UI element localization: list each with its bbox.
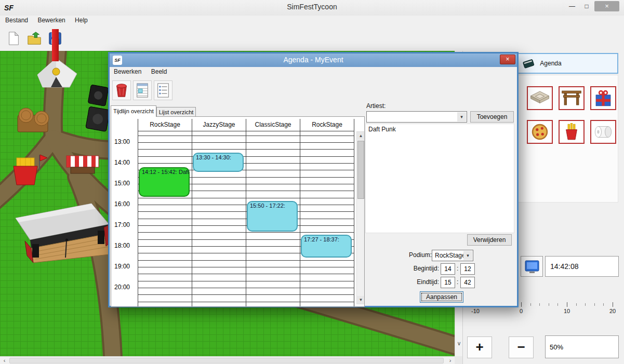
zoom-value-input[interactable] (545, 335, 619, 358)
application-window: SF SimFestTycoon — □ × Bestand Bewerken … (0, 0, 624, 364)
schedule-grid-line (138, 131, 138, 306)
slider-minor-tick (594, 303, 595, 306)
zoom-in-button[interactable]: + (467, 336, 492, 358)
slider-tick-label: 20 (604, 308, 621, 314)
monitor-button[interactable] (521, 256, 543, 277)
wooden-stand-icon (560, 88, 583, 109)
podium-select[interactable]: RockStage ▾ (432, 250, 473, 261)
hour-label: 16:00 (114, 200, 136, 208)
remove-artist-button[interactable]: Verwijderen (467, 234, 512, 246)
tab-lijst-overzicht[interactable]: Lijst overzicht (156, 107, 196, 117)
tab-tijdlijn-overzicht[interactable]: Tijdlijn overzicht (111, 105, 156, 117)
window-titlebar: SF SimFestTycoon — □ × (0, 0, 624, 16)
scroll-right-button[interactable]: › (446, 357, 455, 364)
menu-bestand[interactable]: Bestand (5, 16, 32, 24)
list-view-button[interactable] (154, 80, 172, 100)
schedule-grid-line (246, 131, 246, 306)
scroll-down-button[interactable]: ∨ (455, 340, 463, 348)
fries-stand-object[interactable] (6, 153, 48, 193)
shop-item-pizza[interactable] (527, 120, 553, 144)
schedule-scroll-down[interactable]: ▼ (357, 296, 365, 304)
schedule-grid-line (354, 131, 354, 306)
slider-tick-label: 10 (558, 308, 576, 314)
slider-tick-label: 0 (512, 308, 530, 314)
striped-stand-object[interactable] (64, 153, 101, 177)
column-header: RockStage (138, 119, 192, 131)
add-artist-button[interactable]: Toevoegen (470, 111, 514, 123)
dialog-titlebar: SF Agenda - MyEvent × (110, 53, 517, 67)
shop-item-floor[interactable] (527, 86, 553, 110)
new-file-icon (6, 31, 21, 46)
hour-label: 19:00 (114, 263, 136, 270)
schedule-event[interactable]: 17:27 - 18:37: (301, 235, 352, 258)
artist-list-item[interactable]: Daft Punk (366, 124, 514, 134)
window-menubar: Bestand Bewerken Help (0, 16, 624, 26)
artist-combobox[interactable]: ▾ (366, 111, 467, 123)
schedule-body[interactable]: 13:0014:0015:0016:0017:0018:0019:0020:00… (112, 131, 356, 306)
start-hour-input[interactable] (441, 263, 455, 275)
dialog-menu-beeld[interactable]: Beeld (151, 67, 171, 75)
timeline-view-button[interactable] (133, 80, 152, 100)
delete-event-button[interactable] (112, 80, 131, 100)
gift-icon (592, 88, 615, 109)
window-toolbar (0, 26, 624, 51)
schedule-event[interactable]: 15:50 - 17:22: (247, 201, 298, 231)
menu-bewerken[interactable]: Bewerken (37, 16, 69, 24)
schedule-scroll-up[interactable]: ▲ (357, 132, 365, 140)
new-file-button[interactable] (4, 29, 23, 48)
schedule-grid: RockStage JazzyStage ClassicStage RockSt… (112, 119, 356, 306)
hour-label: 14:00 (114, 159, 136, 166)
toilet-paper-icon (592, 122, 615, 142)
hour-label: 17:00 (114, 221, 136, 228)
dialog-close-button[interactable]: × (500, 55, 515, 64)
slider-minor-tick (549, 303, 549, 306)
podium-value: RockStage (435, 252, 466, 259)
menu-help[interactable]: Help (75, 16, 91, 24)
barrel-stand-object[interactable] (12, 104, 52, 138)
zoom-out-button[interactable]: − (509, 336, 534, 358)
end-minute-input[interactable] (460, 277, 475, 288)
open-folder-icon (26, 31, 42, 46)
slider-major-tick (567, 302, 567, 307)
artist-list[interactable]: Daft Punk (365, 124, 514, 233)
close-button[interactable]: × (594, 1, 619, 11)
hour-label: 15:00 (114, 180, 136, 187)
slider-minor-tick (603, 303, 604, 306)
chevron-down-icon[interactable]: ▾ (463, 251, 472, 260)
horizontal-scroll-thumb[interactable] (9, 358, 444, 363)
open-file-button[interactable] (25, 29, 44, 48)
shop-item-stand[interactable] (559, 86, 585, 110)
minimize-button[interactable]: — (565, 1, 579, 11)
list-view-icon (155, 82, 171, 99)
dialog-menubar: Bewerken Beeld (110, 67, 517, 77)
monitor-icon (523, 258, 541, 275)
column-header: ClassicStage (246, 119, 300, 131)
shop-item-gift[interactable] (590, 86, 616, 110)
dialog-menu-bewerken[interactable]: Bewerken (114, 67, 145, 75)
pizza-icon (528, 122, 551, 142)
schedule-scrollbar[interactable]: ▲ ▼ (356, 131, 365, 304)
main-stage-object[interactable] (12, 200, 111, 266)
schedule-scroll-thumb[interactable] (357, 141, 364, 199)
schedule-event[interactable]: 14:12 - 15:42: Daft P (139, 167, 190, 197)
map-horizontal-scrollbar[interactable]: ‹ › (0, 356, 455, 364)
shop-item-fries[interactable] (559, 120, 585, 144)
time-colon: : (457, 265, 458, 272)
shop-item-toilet-paper[interactable] (590, 120, 616, 144)
window-title: SimFestTycoon (0, 3, 624, 11)
maximize-button[interactable]: □ (580, 1, 593, 11)
apply-button[interactable]: Aanpassen (420, 291, 463, 303)
scroll-left-button[interactable]: ‹ (0, 357, 9, 364)
chevron-down-icon[interactable]: ▾ (457, 112, 466, 122)
podium-label: Podium: (395, 251, 432, 259)
schedule-event[interactable]: 13:30 - 14:30: (193, 153, 244, 172)
timeline-tab-panel: RockStage JazzyStage ClassicStage RockSt… (111, 116, 365, 307)
slider-tick-label: -10 (467, 308, 484, 314)
fries-icon (560, 122, 583, 142)
dialog-title: Agenda - MyEvent (110, 56, 517, 64)
start-minute-input[interactable] (460, 263, 475, 275)
slider-minor-tick (557, 303, 558, 306)
slider-minor-tick (576, 303, 577, 306)
end-hour-input[interactable] (441, 277, 455, 288)
agenda-dialog: SF Agenda - MyEvent × Bewerken Beeld (108, 52, 519, 307)
